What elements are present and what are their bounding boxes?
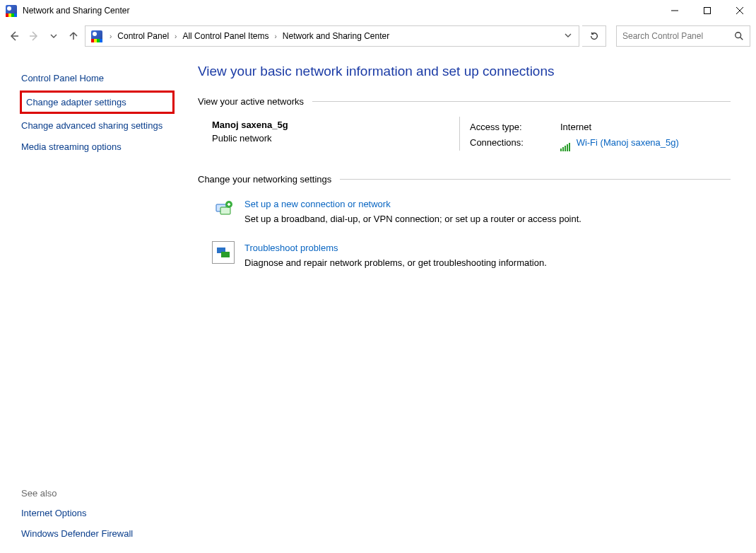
breadcrumb-item[interactable]: Network and Sharing Center xyxy=(281,31,391,41)
nav-back-button[interactable] xyxy=(6,28,23,45)
sidebar-link-media[interactable]: Media streaming options xyxy=(20,136,175,158)
troubleshoot-desc: Diagnose and repair network problems, or… xyxy=(244,257,547,268)
network-name: Manoj saxena_5g xyxy=(212,120,459,130)
section-change-settings: Change your networking settings xyxy=(198,174,731,185)
search-icon xyxy=(734,31,744,41)
search-input[interactable]: Search Control Panel xyxy=(616,25,750,47)
setup-connection-row: Set up a new connection or network Set u… xyxy=(212,197,731,224)
troubleshoot-icon xyxy=(212,241,235,264)
close-button[interactable] xyxy=(723,0,756,21)
svg-rect-9 xyxy=(220,207,230,214)
sidebar-link-internet-options[interactable]: Internet Options xyxy=(20,503,175,524)
breadcrumb-item[interactable]: All Control Panel Items xyxy=(181,31,270,41)
sidebar-link-advanced[interactable]: Change advanced sharing settings xyxy=(20,115,175,136)
divider xyxy=(312,101,731,102)
wifi-signal-icon xyxy=(560,136,571,151)
search-placeholder: Search Control Panel xyxy=(622,31,730,41)
setup-connection-link[interactable]: Set up a new connection or network xyxy=(244,199,581,209)
section-label: View your active networks xyxy=(198,96,304,107)
connection-name: Wi-Fi (Manoj saxena_5g) xyxy=(577,137,679,148)
section-label: Change your networking settings xyxy=(198,174,331,185)
connections-label: Connections: xyxy=(470,135,541,151)
active-network-row: Manoj saxena_5g Public network Access ty… xyxy=(212,120,731,151)
app-icon xyxy=(6,5,17,16)
connection-link[interactable]: Wi-Fi (Manoj saxena_5g) xyxy=(560,135,679,151)
section-active-networks: View your active networks xyxy=(198,96,731,107)
breadcrumb-bar[interactable]: › Control Panel › All Control Panel Item… xyxy=(85,25,579,47)
sidebar-link-firewall[interactable]: Windows Defender Firewall xyxy=(20,523,175,545)
see-also-label: See also xyxy=(20,484,175,503)
chevron-right-icon[interactable]: › xyxy=(172,33,179,40)
nav-up-button[interactable] xyxy=(65,28,82,45)
svg-rect-1 xyxy=(704,8,711,14)
setup-connection-desc: Set up a broadband, dial-up, or VPN conn… xyxy=(244,214,581,224)
svg-line-7 xyxy=(740,37,743,40)
divider xyxy=(340,179,731,180)
setup-connection-icon xyxy=(212,197,235,220)
main-content: View your basic network information and … xyxy=(184,51,756,553)
title-bar: Network and Sharing Center xyxy=(0,0,756,21)
breadcrumb-icon xyxy=(91,30,102,42)
chevron-right-icon[interactable]: › xyxy=(107,33,114,40)
svg-point-6 xyxy=(736,33,741,38)
svg-rect-12 xyxy=(221,252,230,257)
nav-forward-button[interactable] xyxy=(25,28,42,45)
breadcrumb-dropdown-button[interactable] xyxy=(560,31,576,41)
troubleshoot-row: Troubleshoot problems Diagnose and repai… xyxy=(212,241,731,268)
access-type-label: Access type: xyxy=(470,120,541,135)
page-title: View your basic network information and … xyxy=(198,64,731,79)
sidebar-link-adapter[interactable]: Change adapter settings xyxy=(20,91,175,115)
breadcrumb-item[interactable]: Control Panel xyxy=(116,31,170,41)
sidebar: Control Panel Home Change adapter settin… xyxy=(0,51,184,553)
refresh-button[interactable] xyxy=(582,25,606,47)
minimize-button[interactable] xyxy=(658,0,691,21)
network-type: Public network xyxy=(212,133,459,144)
window-title: Network and Sharing Center xyxy=(23,6,129,16)
sidebar-link-home[interactable]: Control Panel Home xyxy=(20,68,175,89)
access-type-value: Internet xyxy=(560,120,591,135)
recent-locations-button[interactable] xyxy=(45,28,62,45)
divider xyxy=(459,117,460,151)
troubleshoot-link[interactable]: Troubleshoot problems xyxy=(244,243,547,253)
toolbar: › Control Panel › All Control Panel Item… xyxy=(0,21,756,51)
chevron-right-icon[interactable]: › xyxy=(271,33,279,40)
maximize-button[interactable] xyxy=(691,0,723,21)
